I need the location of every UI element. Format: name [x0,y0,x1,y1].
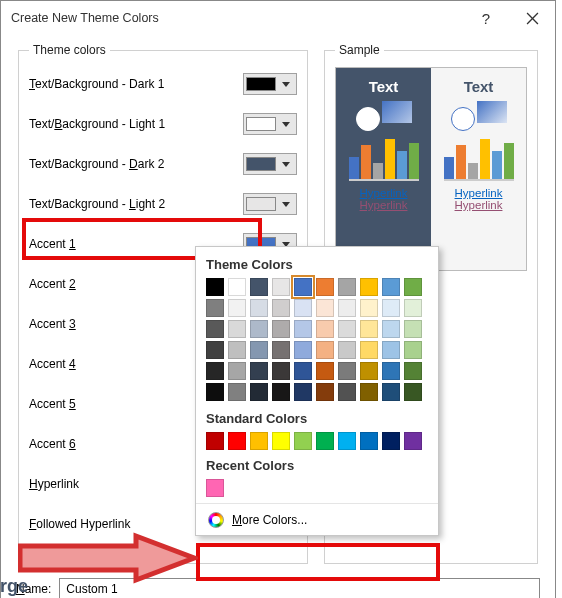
theme-tint-swatch[interactable] [338,362,356,380]
theme-color-swatch[interactable] [360,278,378,296]
theme-tint-swatch[interactable] [250,362,268,380]
theme-tint-swatch[interactable] [294,341,312,359]
theme-tint-swatch[interactable] [338,341,356,359]
theme-tint-swatch[interactable] [206,362,224,380]
standard-color-swatch[interactable] [206,432,224,450]
standard-color-swatch[interactable] [404,432,422,450]
theme-tint-swatch[interactable] [272,341,290,359]
theme-tint-swatch[interactable] [382,299,400,317]
recent-color-swatch[interactable] [206,479,224,497]
theme-tint-swatch[interactable] [228,299,246,317]
color-picker-light1[interactable] [243,113,297,135]
theme-tint-swatch[interactable] [294,383,312,401]
theme-tint-swatch[interactable] [228,341,246,359]
theme-tint-swatch[interactable] [316,299,334,317]
theme-tint-swatch[interactable] [360,299,378,317]
close-button[interactable] [509,3,555,33]
swatch [246,77,276,91]
theme-tint-swatch[interactable] [272,362,290,380]
theme-color-swatch[interactable] [404,278,422,296]
theme-tint-swatch[interactable] [206,299,224,317]
theme-tint-swatch[interactable] [228,383,246,401]
theme-tint-swatch[interactable] [272,299,290,317]
sample-hyperlink: Hyperlink [360,187,408,199]
theme-tint-swatch[interactable] [382,320,400,338]
theme-tint-swatch[interactable] [404,299,422,317]
theme-tint-swatch[interactable] [250,320,268,338]
theme-tint-swatch[interactable] [294,299,312,317]
chevron-down-icon [282,82,290,87]
theme-tint-swatch[interactable] [360,341,378,359]
theme-tint-swatch[interactable] [404,341,422,359]
standard-color-swatch[interactable] [338,432,356,450]
standard-colors-heading: Standard Colors [206,411,428,426]
theme-tint-swatch[interactable] [316,320,334,338]
cropped-text-fragment: rge [0,576,28,597]
chevron-down-icon [282,162,290,167]
color-picker-light2[interactable] [243,193,297,215]
theme-tint-swatch[interactable] [338,383,356,401]
shapes-icon [356,101,412,131]
theme-tint-swatch[interactable] [360,320,378,338]
chevron-down-icon [282,122,290,127]
theme-colors-legend: Theme colors [29,43,110,57]
theme-tint-swatch[interactable] [404,383,422,401]
standard-color-swatch[interactable] [294,432,312,450]
theme-tint-swatch[interactable] [316,383,334,401]
theme-color-swatch[interactable] [316,278,334,296]
standard-color-swatch[interactable] [316,432,334,450]
theme-tint-swatch[interactable] [316,341,334,359]
bars-chart-icon [444,139,514,181]
theme-tint-swatch[interactable] [206,341,224,359]
theme-color-swatch[interactable] [338,278,356,296]
theme-tint-swatch[interactable] [382,362,400,380]
theme-tint-swatch[interactable] [250,341,268,359]
theme-color-swatch[interactable] [294,278,312,296]
help-button[interactable]: ? [463,3,509,33]
theme-color-swatch[interactable] [206,278,224,296]
theme-tint-swatch[interactable] [294,362,312,380]
theme-tint-swatch[interactable] [206,383,224,401]
theme-tint-swatch[interactable] [404,362,422,380]
theme-color-swatch[interactable] [250,278,268,296]
standard-color-swatch[interactable] [360,432,378,450]
theme-colors-heading: Theme Colors [206,257,428,272]
sample-followed-hyperlink: Hyperlink [360,199,408,211]
name-input[interactable] [59,578,540,598]
theme-color-swatch[interactable] [382,278,400,296]
standard-color-swatch[interactable] [228,432,246,450]
row-text-bg-dark2: Text/Background - Dark 2 [29,153,297,175]
theme-tint-swatch[interactable] [272,320,290,338]
theme-tint-swatch[interactable] [316,362,334,380]
standard-color-swatch[interactable] [272,432,290,450]
color-dropdown-popup: Theme Colors Standard Colors Recent Colo… [195,246,439,536]
theme-color-swatch[interactable] [228,278,246,296]
theme-tint-swatch[interactable] [228,362,246,380]
theme-tint-swatch[interactable] [404,320,422,338]
theme-tint-swatch[interactable] [250,383,268,401]
sample-hyperlink: Hyperlink [455,187,503,199]
color-picker-dark2[interactable] [243,153,297,175]
theme-tint-swatch[interactable] [360,362,378,380]
color-picker-dark1[interactable] [243,73,297,95]
theme-color-swatch[interactable] [272,278,290,296]
theme-tint-swatch[interactable] [382,383,400,401]
theme-tint-swatch[interactable] [206,320,224,338]
theme-tint-swatch[interactable] [250,299,268,317]
theme-tint-swatch[interactable] [294,320,312,338]
theme-tint-swatch[interactable] [338,299,356,317]
theme-tint-swatch[interactable] [360,383,378,401]
dialog-title: Create New Theme Colors [11,11,463,25]
row-text-bg-dark1: Text/Background - Dark 1 [29,73,297,95]
theme-tint-swatch[interactable] [382,341,400,359]
standard-color-swatch[interactable] [382,432,400,450]
sample-followed-hyperlink: Hyperlink [455,199,503,211]
more-colors-item[interactable]: More Colors... [196,503,438,535]
recent-colors-heading: Recent Colors [206,458,428,473]
titlebar: Create New Theme Colors ? [1,1,555,35]
standard-color-swatch[interactable] [250,432,268,450]
theme-tint-swatch[interactable] [272,383,290,401]
row-text-bg-light1: Text/Background - Light 1 [29,113,297,135]
theme-tint-swatch[interactable] [338,320,356,338]
theme-tint-swatch[interactable] [228,320,246,338]
